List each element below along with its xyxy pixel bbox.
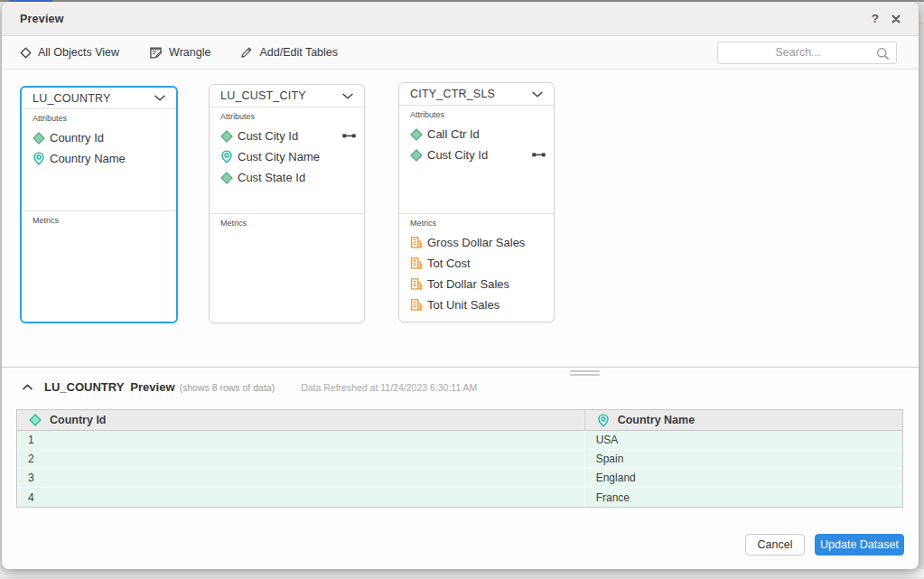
chevron-down-icon[interactable] (154, 95, 165, 101)
table-card-lu_cust_city[interactable]: LU_CUST_CITYAttributesCust City IdCust C… (209, 84, 365, 323)
metrics-section: MetricsGross Dollar SalesTot CostTot Dol… (399, 214, 554, 322)
toolbar: All Objects ViewWrangleAdd/Edit Tables (2, 36, 919, 70)
object-label: Cust City Id (238, 129, 298, 143)
cancel-button[interactable]: Cancel (745, 534, 805, 556)
grid-cell: USA (584, 431, 902, 449)
toolbar-item-all-objects-view[interactable]: All Objects View (20, 46, 119, 59)
object-label: Gross Dollar Sales (427, 236, 525, 249)
attributes-section: AttributesCountry IdCountry Name (22, 109, 176, 211)
grid-cell: 1 (17, 431, 584, 449)
grid-cell: France (584, 488, 902, 507)
wrangle-icon (149, 46, 163, 60)
object-row[interactable]: Cust State Id (220, 167, 364, 188)
geo-pin-icon (33, 152, 45, 165)
attributes-label: Attributes (33, 114, 176, 123)
grid-column-header[interactable]: Country Id (17, 410, 584, 430)
grid-cell: England (584, 469, 902, 487)
preview-header: LU_COUNTRY Preview (shows 8 rows of data… (23, 380, 477, 394)
grid-cell: Spain (584, 450, 902, 468)
toolbar-item-wrangle[interactable]: Wrangle (149, 46, 210, 60)
help-icon[interactable]: ? (872, 13, 879, 25)
data-refreshed-text: Data Refreshed at 11/24/2023 6:30:11 AM (301, 382, 477, 393)
metric-icon (410, 298, 423, 312)
background-bottom-line (0, 577, 924, 578)
object-label: Cust State Id (238, 171, 305, 184)
object-label: Tot Unit Sales (427, 298, 499, 312)
metric-icon (410, 236, 423, 249)
grid-data-row: 3England (17, 469, 902, 488)
grid-cell: 2 (17, 450, 584, 468)
toolbar-item-label: Add/Edit Tables (259, 46, 338, 59)
object-row[interactable]: Cust City Name (220, 146, 364, 167)
object-label: Call Ctr Id (427, 127, 480, 141)
footer-buttons: Cancel Update Dataset (745, 534, 904, 556)
metrics-label: Metrics (220, 219, 364, 228)
update-dataset-button[interactable]: Update Dataset (815, 534, 904, 556)
dialog-titlebar: Preview ? (2, 2, 919, 36)
metrics-label: Metrics (33, 216, 176, 225)
object-label: Cust City Id (427, 148, 488, 162)
object-label: Cust City Name (238, 150, 320, 163)
object-row[interactable]: Country Name (33, 148, 176, 169)
toolbar-item-label: All Objects View (38, 46, 119, 59)
object-row[interactable]: Cust City Id (410, 145, 554, 165)
table-card-city_ctr_sls[interactable]: CITY_CTR_SLSAttributesCall Ctr IdCust Ci… (398, 82, 555, 322)
grid-data-row: 4France (17, 488, 902, 507)
attribute-diamond-icon (410, 148, 423, 162)
preview-grid: Country IdCountry Name1USA2Spain3England… (16, 409, 903, 508)
object-row[interactable]: Tot Unit Sales (410, 294, 554, 315)
object-label: Country Name (50, 152, 126, 165)
card-header[interactable]: LU_CUST_CITY (210, 85, 364, 107)
table-card-lu_country[interactable]: LU_COUNTRYAttributesCountry IdCountry Na… (20, 86, 178, 323)
attributes-section: AttributesCall Ctr IdCust City Id (399, 106, 554, 214)
card-header[interactable]: CITY_CTR_SLS (399, 83, 554, 106)
object-row[interactable]: Call Ctr Id (410, 124, 554, 145)
grid-column-header[interactable]: Country Name (584, 410, 902, 430)
preview-table-name: LU_COUNTRY (44, 380, 124, 394)
card-title: CITY_CTR_SLS (410, 88, 495, 100)
grid-column-label: Country Name (618, 414, 695, 426)
toolbar-item-add-edit-tables[interactable]: Add/Edit Tables (240, 46, 338, 59)
attributes-section: AttributesCust City IdCust City NameCust… (210, 107, 364, 214)
object-row[interactable]: Tot Dollar Sales (410, 274, 554, 294)
link-icon (342, 134, 356, 138)
grid-data-row: 2Spain (17, 450, 902, 469)
object-row[interactable]: Cust City Id (220, 126, 364, 146)
grid-cell: 3 (17, 469, 584, 487)
close-icon[interactable] (891, 14, 901, 23)
object-label: Country Id (50, 131, 104, 145)
geo-pin-icon (597, 414, 610, 427)
metrics-label: Metrics (410, 219, 554, 228)
geo-pin-icon (220, 150, 233, 163)
attribute-diamond-icon (33, 131, 45, 145)
attribute-diamond-icon (220, 171, 233, 184)
chevron-down-icon[interactable] (532, 91, 543, 98)
object-row[interactable]: Tot Cost (410, 253, 554, 274)
collapse-chevron-icon[interactable] (23, 384, 33, 390)
card-header[interactable]: LU_COUNTRY (22, 88, 176, 109)
metrics-section: Metrics (210, 214, 364, 322)
toolbar-item-label: Wrangle (169, 46, 210, 59)
search-input[interactable] (718, 42, 896, 63)
object-label: Tot Cost (427, 257, 471, 270)
grid-cell: 4 (17, 488, 584, 507)
object-row[interactable]: Country Id (33, 127, 176, 148)
preview-title: Preview (130, 380, 174, 394)
card-title: LU_COUNTRY (33, 92, 111, 105)
search-box (717, 42, 897, 64)
panel-resize-handle[interactable] (570, 370, 600, 378)
metric-icon (410, 277, 423, 291)
pencil-icon (240, 46, 253, 59)
chevron-down-icon[interactable] (342, 93, 353, 99)
dialog-title: Preview (20, 13, 64, 25)
search-icon[interactable] (875, 46, 891, 65)
attributes-label: Attributes (410, 110, 554, 119)
grid-data-row: 1USA (17, 431, 902, 450)
object-row[interactable]: Gross Dollar Sales (410, 232, 554, 253)
object-label: Tot Dollar Sales (427, 277, 509, 291)
card-title: LU_CUST_CITY (220, 89, 306, 102)
grid-header-row: Country IdCountry Name (17, 410, 902, 431)
preview-panel: LU_COUNTRY Preview (shows 8 rows of data… (2, 367, 919, 569)
preview-dialog: Preview ? All Objects ViewWrangleAdd/Edi… (2, 2, 919, 569)
metrics-section: Metrics (22, 211, 176, 322)
